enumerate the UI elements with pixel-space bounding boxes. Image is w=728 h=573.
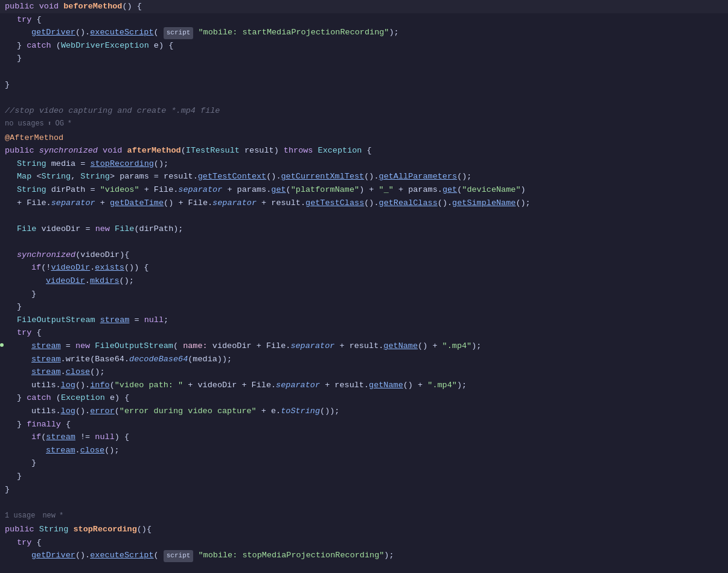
keyword-try: try <box>17 13 31 27</box>
code-line: stream .write(Base64. decodeBase64 (medi… <box>0 353 728 366</box>
empty-line <box>0 209 728 223</box>
var-stream5: stream <box>46 431 75 444</box>
code-line: stream . close (); <box>0 366 728 379</box>
keyword-catch: catch <box>27 39 51 52</box>
var-stream2: stream <box>31 340 61 353</box>
method-getcurrentxmltest: getCurrentXmlTest <box>281 170 365 183</box>
method-aftermethod: afterMethod <box>127 144 181 157</box>
method-error: error <box>90 405 115 418</box>
method-tostring: toString <box>281 405 320 418</box>
comment-line: //stop video capturing and create *.mp4 … <box>0 104 728 118</box>
method-getname: getName <box>383 340 418 353</box>
code-line: public void beforeMethod () { <box>0 0 728 13</box>
keyword-null2: null <box>95 431 114 444</box>
keyword-throws: throws <box>284 144 313 157</box>
author-name: OG <box>55 118 63 130</box>
person-icon: ⬆ <box>48 119 52 130</box>
string-devicename: "deviceName" <box>462 183 520 197</box>
code-line: } <box>0 288 728 301</box>
star-mark-2: * <box>59 510 63 522</box>
keyword-try3: try <box>17 536 31 549</box>
method-exists: videoDir <box>51 261 90 274</box>
code-line: } <box>0 470 728 483</box>
code-line: Map < String , String > params = result.… <box>0 170 728 183</box>
type-string3: String <box>80 170 110 183</box>
code-line: utils. log (). info ( "video path: " + v… <box>0 379 728 392</box>
keyword-null: null <box>144 314 164 327</box>
method-gettestclass: getTestClass <box>305 197 364 210</box>
keyword-catch2: catch <box>27 391 51 405</box>
code-line: } <box>0 483 728 496</box>
gutter-dot <box>0 343 4 347</box>
method-get2: get <box>442 183 457 197</box>
keyword-void: void <box>103 144 122 157</box>
code-line: } <box>0 457 728 470</box>
string-mp4: ".mp4" <box>442 340 472 353</box>
string-stopmedia: "mobile: stopMediaProjectionRecording" <box>198 549 384 562</box>
meta-line: no usages ⬆ OG * <box>0 117 728 131</box>
keyword-if: if <box>31 261 41 274</box>
method-getrealclass: getRealClass <box>379 197 438 210</box>
star-mark: * <box>68 118 72 130</box>
empty-line <box>0 65 728 78</box>
type-string2: String <box>42 170 71 183</box>
method-executeScript: executeScript <box>90 26 153 39</box>
method-stoprecording2: stopRecording <box>73 523 136 536</box>
keyword-public: public <box>5 0 34 13</box>
usage-count: no usages <box>5 118 44 130</box>
code-line: stream = new FileOutputStream ( name: vi… <box>0 340 728 353</box>
code-line: utils. log (). error ( "error during vid… <box>0 405 728 418</box>
method-decodebase64: decodeBase64 <box>129 353 188 366</box>
meta-line-2: 1 usage new * <box>0 509 728 523</box>
type-map: Map <box>17 170 31 183</box>
string-value: "mobile: startMediaProjectionRecording" <box>198 26 389 39</box>
code-line: FileOutputStream stream = null ; <box>0 314 728 327</box>
keyword-public2: public <box>5 523 34 536</box>
empty-line <box>0 496 728 509</box>
type-file: File <box>17 223 36 236</box>
code-line: } catch ( Exception e) { <box>0 391 728 405</box>
string-platformname: "platformName" <box>291 183 359 197</box>
type-file2: File <box>115 223 134 236</box>
keyword-public: public <box>5 144 34 157</box>
comment-text: //stop video capturing and create *.mp4 … <box>5 104 220 118</box>
type-fos: FileOutputStream <box>95 340 173 353</box>
method-log2: log <box>61 405 75 418</box>
string-mp42: ".mp4" <box>427 379 457 392</box>
method-getdatetime: getDateTime <box>110 197 164 210</box>
code-line: } <box>0 78 728 92</box>
code-line: videoDir . mkdirs (); <box>0 274 728 288</box>
keyword-new: new <box>95 223 110 236</box>
method-getallparameters: getAllParameters <box>379 170 458 183</box>
method-mkdirs: mkdirs <box>90 274 120 288</box>
param-label-name: name: <box>183 340 208 353</box>
keyword-synchronized: synchronized <box>39 144 98 157</box>
var-stream: stream <box>100 314 130 327</box>
empty-line <box>0 235 728 249</box>
code-line: if ( stream != null ) { <box>0 431 728 444</box>
var-stream4: stream <box>31 366 61 379</box>
code-line: public synchronized void afterMethod ( I… <box>0 144 728 157</box>
method-close1: close <box>66 366 91 379</box>
code-editor: public void beforeMethod () { try { getD… <box>0 0 728 573</box>
var-stream3: stream <box>31 353 61 366</box>
var-stream6: stream <box>46 444 75 457</box>
method-getsimplename: getSimpleName <box>452 197 516 210</box>
code-line: String dirPath = "videos" + File. separa… <box>0 183 728 197</box>
code-line: } finally { <box>0 418 728 431</box>
method-name: beforeMethod <box>63 0 122 13</box>
annotation-aftermethod: @AfterMethod <box>5 131 63 145</box>
keyword-synchronized2: synchronized <box>17 249 75 262</box>
usage-count-2: 1 usage <box>5 510 35 522</box>
type-exception2: Exception <box>61 391 105 405</box>
new-label: new <box>42 510 56 522</box>
code-line: String media = stopRecording (); <box>0 157 728 171</box>
field-separator3: separator <box>212 197 257 210</box>
code-line: } <box>0 52 728 65</box>
type-string4: String <box>17 183 46 197</box>
field-sep5: separator <box>276 379 320 392</box>
field-separator2: separator <box>51 197 95 210</box>
script-badge-2: script <box>164 550 194 562</box>
method-getname2: getName <box>369 379 403 392</box>
type-itestresult: ITestResult <box>186 144 240 157</box>
